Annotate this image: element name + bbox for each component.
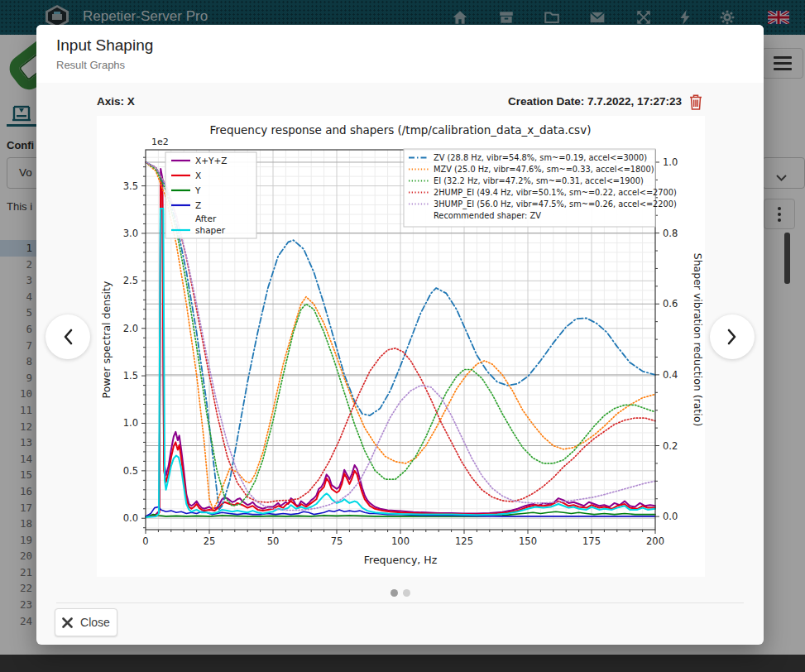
legend-measured: X+Y+ZXYZAftershaper <box>165 152 256 238</box>
svg-text:0.5: 0.5 <box>123 465 138 477</box>
delete-result-button[interactable] <box>688 94 705 112</box>
svg-text:125: 125 <box>455 535 473 547</box>
svg-text:100: 100 <box>391 535 410 547</box>
close-x-icon <box>62 617 73 628</box>
close-button-label: Close <box>80 616 110 629</box>
trash-icon <box>688 94 703 111</box>
svg-text:0.8: 0.8 <box>663 228 678 239</box>
chevron-left-icon <box>62 328 74 346</box>
dialog-title: Input Shaping <box>56 36 153 55</box>
chevron-right-icon <box>726 328 738 346</box>
svg-text:shaper: shaper <box>195 225 226 235</box>
svg-text:2HUMP_EI (49.4 Hz, vibr=50.1%,: 2HUMP_EI (49.4 Hz, vibr=50.1%, sm~=0.22,… <box>434 188 677 198</box>
left-y-axis-label: Power spectral density <box>100 281 113 398</box>
scale-note: 1e2 <box>151 137 169 147</box>
svg-text:3HUMP_EI (56.0 Hz, vibr=47.5%,: 3HUMP_EI (56.0 Hz, vibr=47.5%, sm~=0.26,… <box>434 199 677 209</box>
svg-text:175: 175 <box>582 535 601 547</box>
result-chart-container: 02550751001251501752000.00.51.01.52.02.5… <box>97 116 705 577</box>
axis-info-row: Axis: X Creation Date: 7.7.2022, 17:27:2… <box>97 94 705 112</box>
x-axis-label: Frequency, Hz <box>364 554 438 566</box>
svg-text:25: 25 <box>204 535 216 547</box>
svg-text:3.0: 3.0 <box>123 228 138 239</box>
creation-date-label: Creation Date: 7.7.2022, 17:27:23 <box>508 95 682 108</box>
legend-shapers: ZV (28.8 Hz, vibr=54.8%, sm~=0.19, accel… <box>404 149 677 227</box>
svg-text:Y: Y <box>194 185 201 195</box>
svg-text:After: After <box>195 214 217 223</box>
svg-text:0.0: 0.0 <box>663 511 678 522</box>
carousel-dot[interactable] <box>403 589 410 597</box>
svg-text:0.2: 0.2 <box>663 440 678 452</box>
svg-text:ZV (28.8 Hz, vibr=54.8%, sm~=0: ZV (28.8 Hz, vibr=54.8%, sm~=0.19, accel… <box>434 153 647 162</box>
close-button[interactable]: Close <box>55 608 117 636</box>
svg-text:1.0: 1.0 <box>663 156 678 168</box>
svg-text:200: 200 <box>646 535 664 547</box>
svg-text:Z: Z <box>195 200 201 210</box>
carousel-dot[interactable] <box>391 589 398 597</box>
input-shaping-dialog: Input Shaping Result Graphs Axis: X Crea… <box>36 25 764 645</box>
svg-text:2.5: 2.5 <box>123 275 138 286</box>
chart-title: Frequency response and shapers (/tmp/cal… <box>210 123 592 137</box>
svg-text:1.5: 1.5 <box>123 370 138 382</box>
previous-graph-button[interactable] <box>46 314 90 359</box>
svg-text:MZV (25.0 Hz, vibr=47.6%, sm~=: MZV (25.0 Hz, vibr=47.6%, sm~=0.33, acce… <box>434 165 654 174</box>
svg-text:1.0: 1.0 <box>123 417 138 429</box>
svg-text:X+Y+Z: X+Y+Z <box>195 156 227 166</box>
dialog-subtitle: Result Graphs <box>56 59 125 71</box>
result-chart: 02550751001251501752000.00.51.01.52.02.5… <box>97 116 705 577</box>
recommended-shaper-label: Recommended shaper: ZV <box>434 211 541 220</box>
axis-label: Axis: X <box>97 95 135 108</box>
svg-text:EI (32.2 Hz, vibr=47.2%, sm~=0: EI (32.2 Hz, vibr=47.2%, sm~=0.31, accel… <box>434 176 644 185</box>
next-graph-button[interactable] <box>710 314 755 359</box>
svg-text:3.5: 3.5 <box>123 180 138 192</box>
svg-text:50: 50 <box>267 535 280 547</box>
right-y-axis-label: Shaper vibration reduction (ratio) <box>692 253 704 427</box>
svg-text:X: X <box>195 170 201 180</box>
carousel-dots <box>36 585 764 600</box>
svg-text:2.0: 2.0 <box>123 323 138 334</box>
dialog-header: Input Shaping Result Graphs <box>36 25 764 83</box>
svg-text:0.4: 0.4 <box>663 369 678 381</box>
svg-text:0: 0 <box>142 535 148 547</box>
svg-text:0.6: 0.6 <box>663 298 678 310</box>
footer-divider <box>56 602 744 603</box>
svg-text:0.0: 0.0 <box>123 512 138 524</box>
svg-text:75: 75 <box>331 535 343 547</box>
svg-text:150: 150 <box>519 535 537 547</box>
